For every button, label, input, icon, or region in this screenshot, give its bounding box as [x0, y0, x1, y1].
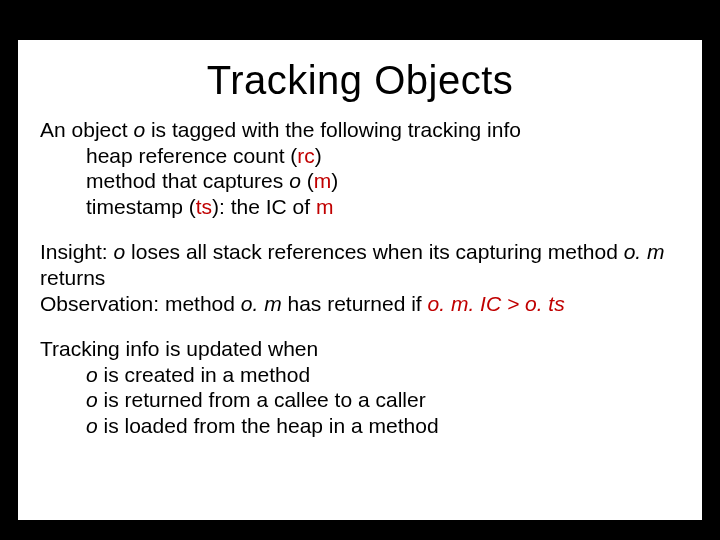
text: method that captures — [86, 169, 289, 192]
var-o: o — [86, 414, 98, 437]
var-o: o — [133, 118, 145, 141]
slide: Tracking Objects An object o is tagged w… — [0, 40, 720, 540]
p1-line4: timestamp (ts): the IC of m — [40, 194, 680, 220]
p3-line2: o is created in a method — [40, 362, 680, 388]
slide-body: An object o is tagged with the following… — [40, 117, 680, 439]
paragraph-3: Tracking info is updated when o is creat… — [40, 336, 680, 438]
p2-line1: Insight: o loses all stack references wh… — [40, 239, 680, 290]
text: heap reference count ( — [86, 144, 297, 167]
paragraph-2: Insight: o loses all stack references wh… — [40, 239, 680, 316]
text: is tagged with the following tracking in… — [145, 118, 521, 141]
text: returns — [40, 266, 105, 289]
p1-line2: heap reference count (rc) — [40, 143, 680, 169]
var-om: o. m — [241, 292, 282, 315]
var-o: o — [289, 169, 301, 192]
var-rc: rc — [297, 144, 315, 167]
var-m: m — [314, 169, 332, 192]
text: ) — [331, 169, 338, 192]
var-ts: ts — [196, 195, 212, 218]
slide-inner: Tracking Objects An object o is tagged w… — [18, 40, 702, 520]
p1-line3: method that captures o (m) — [40, 168, 680, 194]
p3-line3: o is returned from a callee to a caller — [40, 387, 680, 413]
text: An object — [40, 118, 133, 141]
var-om: o. m — [624, 240, 665, 263]
var-m: m — [316, 195, 334, 218]
text: is loaded from the heap in a method — [98, 414, 439, 437]
var-o: o — [86, 388, 98, 411]
p3-line1: Tracking info is updated when — [40, 336, 680, 362]
text: is returned from a callee to a caller — [98, 388, 426, 411]
text: has returned if — [282, 292, 428, 315]
text: Insight: — [40, 240, 114, 263]
var-o: o — [114, 240, 126, 263]
paragraph-1: An object o is tagged with the following… — [40, 117, 680, 219]
p1-line1: An object o is tagged with the following… — [40, 117, 680, 143]
text: timestamp ( — [86, 195, 196, 218]
text: ( — [301, 169, 314, 192]
text: is created in a method — [98, 363, 310, 386]
var-o: o — [86, 363, 98, 386]
text: ): the IC of — [212, 195, 316, 218]
text: Observation: method — [40, 292, 241, 315]
p3-line4: o is loaded from the heap in a method — [40, 413, 680, 439]
cond: o. m. IC > o. ts — [428, 292, 565, 315]
p2-line2: Observation: method o. m has returned if… — [40, 291, 680, 317]
text: loses all stack references when its capt… — [125, 240, 623, 263]
slide-title: Tracking Objects — [40, 58, 680, 103]
text: ) — [315, 144, 322, 167]
